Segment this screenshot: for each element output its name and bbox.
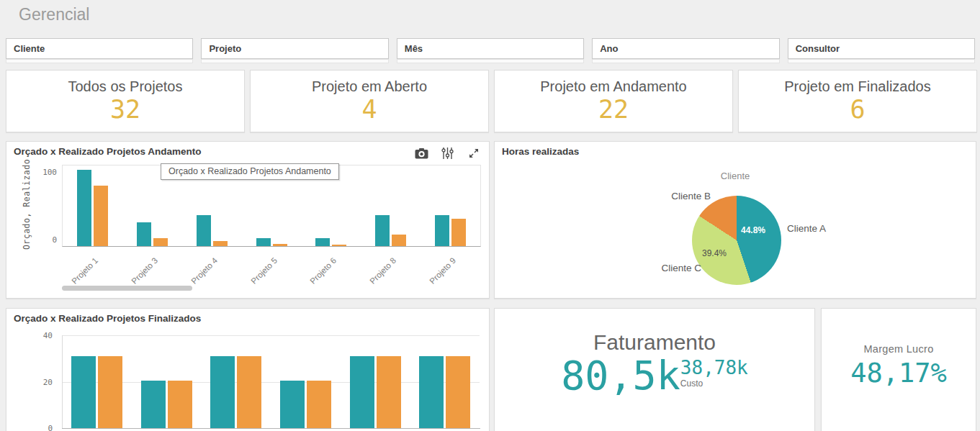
y-tick-0: 0	[28, 424, 53, 431]
kpi-todos-projetos: Todos os Projetos 32	[6, 70, 245, 132]
kpi-projeto-finalizados: Projeto em Finalizados 6	[738, 70, 977, 132]
bar-orçado[interactable]	[77, 170, 91, 246]
fullscreen-icon[interactable]	[467, 148, 480, 159]
bar-plot-area	[62, 331, 480, 428]
chart-tooltip: Orçado x Realizado Projetos Andamento	[161, 163, 339, 180]
bar-realizado[interactable]	[153, 238, 168, 246]
bar-realizado[interactable]	[168, 381, 192, 428]
bar-realizado[interactable]	[98, 356, 122, 428]
bar-orçado[interactable]	[435, 215, 449, 246]
pie-chart[interactable]	[692, 196, 781, 285]
bar-orçado[interactable]	[315, 238, 330, 246]
sliders-icon[interactable]	[441, 148, 454, 159]
x-axis-label: Projeto 4	[181, 248, 241, 289]
chart-title: Orçado x Realizado Projetos Finalizados	[14, 313, 201, 324]
x-axis-label: Projeto 3	[122, 248, 181, 289]
chart-title: Orçado x Realizado Projetos Andamento	[14, 146, 202, 157]
camera-icon[interactable]	[415, 148, 428, 159]
bar-group[interactable]	[62, 331, 132, 428]
bar-group[interactable]	[132, 331, 202, 428]
x-axis-labels: Projeto 1Projeto 3Projeto 4Projeto 5Proj…	[62, 248, 480, 289]
bar-group[interactable]	[271, 331, 341, 428]
kpi-label: Projeto em Andamento	[540, 78, 686, 95]
bar-orçado[interactable]	[280, 381, 305, 428]
bar-group[interactable]	[410, 331, 480, 428]
bar-orçado[interactable]	[141, 381, 166, 428]
filter-cliente-label: Cliente	[14, 43, 45, 54]
filter-ano[interactable]: Ano	[592, 38, 779, 63]
filter-consultor-dropdown-edge	[788, 60, 975, 63]
page-title: Gerencial	[19, 5, 89, 24]
pie-percent-cliente-c: 39.4%	[702, 248, 727, 258]
filter-mes[interactable]: Mês	[397, 38, 584, 63]
kpi-value: 22	[598, 95, 629, 124]
bar-orçado[interactable]	[137, 222, 151, 246]
bar-orçado[interactable]	[350, 356, 374, 428]
x-axis-label: Projeto 5	[241, 248, 301, 289]
filter-projeto-dropdown-edge	[201, 60, 388, 63]
x-axis-label: Projeto 6	[300, 248, 360, 289]
bar-realizado[interactable]	[213, 241, 228, 246]
chart-panel-finalizados: Orçado x Realizado Projetos Finalizados …	[6, 308, 490, 431]
bar-orçado[interactable]	[197, 215, 211, 246]
bar-realizado[interactable]	[392, 235, 406, 246]
filter-mes-label: Mês	[405, 43, 423, 54]
bar-realizado[interactable]	[332, 245, 346, 246]
faturamento-value: 80,5k	[561, 356, 680, 396]
y-tick-40: 40	[28, 331, 53, 340]
chart-toolbar	[415, 148, 480, 159]
filter-consultor-label: Consultor	[796, 43, 840, 54]
kpi-row: Todos os Projetos 32 Projeto em Aberto 4…	[6, 70, 977, 132]
filter-cliente-dropdown-edge	[6, 60, 193, 63]
filter-ano-dropdown-edge	[592, 60, 779, 63]
pie-slice-label-cliente-a: Cliente A	[787, 223, 826, 234]
kpi-projeto-andamento: Projeto em Andamento 22	[494, 70, 733, 132]
bar-group[interactable]	[361, 165, 421, 246]
pie-slice-label-cliente-b: Cliente B	[495, 191, 711, 201]
pie-slice-label-cliente-c: Cliente C	[495, 263, 701, 273]
bar-realizado[interactable]	[94, 186, 108, 247]
filter-projeto-label: Projeto	[209, 43, 241, 54]
bar-group[interactable]	[341, 331, 410, 428]
bar-orçado[interactable]	[375, 215, 390, 246]
kpi-label: Projeto em Aberto	[312, 78, 427, 95]
bar-group[interactable]	[421, 165, 480, 246]
pie-panel-horas-realizadas: Horas realizadas Cliente Cliente B Clien…	[494, 141, 976, 299]
filter-projeto[interactable]: Projeto	[201, 38, 388, 63]
kpi-panel-margem-lucro: Margem Lucro 48,17%	[821, 308, 976, 431]
y-tick-0: 0	[32, 235, 57, 245]
chart-title: Horas realizadas	[502, 146, 579, 157]
bar-realizado[interactable]	[237, 356, 261, 428]
bar-realizado[interactable]	[377, 356, 401, 428]
filter-cliente[interactable]: Cliente	[6, 38, 193, 63]
x-axis-label: Projeto 8	[360, 248, 420, 289]
filter-bar: Cliente Projeto Mês Ano Consultor	[6, 38, 975, 63]
margem-lucro-value: 48,17%	[850, 358, 947, 389]
kpi-value: 4	[361, 95, 377, 124]
bar-realizado[interactable]	[451, 219, 466, 246]
bar-orçado[interactable]	[71, 356, 96, 428]
kpi-label: Projeto em Finalizados	[784, 78, 930, 95]
x-axis-line	[62, 428, 480, 429]
kpi-panel-faturamento: Faturamento 80,5k 38,78k Custo	[494, 308, 815, 431]
filter-mes-dropdown-edge	[397, 60, 584, 63]
pie-dimension-label: Cliente	[495, 171, 976, 181]
bar-realizado[interactable]	[446, 356, 470, 428]
x-axis-label: Projeto 9	[420, 248, 480, 289]
bar-orçado[interactable]	[210, 356, 235, 428]
custo-value: 38,78k	[680, 358, 748, 377]
custo-label: Custo	[680, 378, 748, 389]
bar-group[interactable]	[201, 331, 271, 428]
bar-realizado[interactable]	[307, 381, 331, 428]
bar-orçado[interactable]	[419, 356, 444, 428]
horizontal-scrollbar[interactable]	[62, 286, 192, 291]
filter-consultor[interactable]: Consultor	[788, 38, 975, 63]
bar-orçado[interactable]	[256, 238, 271, 246]
bar-realizado[interactable]	[273, 244, 287, 246]
pie-percent-cliente-a: 44.8%	[741, 225, 765, 235]
kpi-value: 32	[110, 95, 140, 124]
chart-panel-andamento: Orçado x Realizado Projetos Andamento	[6, 141, 490, 299]
bar-group[interactable]	[63, 165, 122, 246]
faturamento-title: Faturamento	[593, 330, 716, 355]
y-tick-20: 20	[28, 378, 53, 387]
